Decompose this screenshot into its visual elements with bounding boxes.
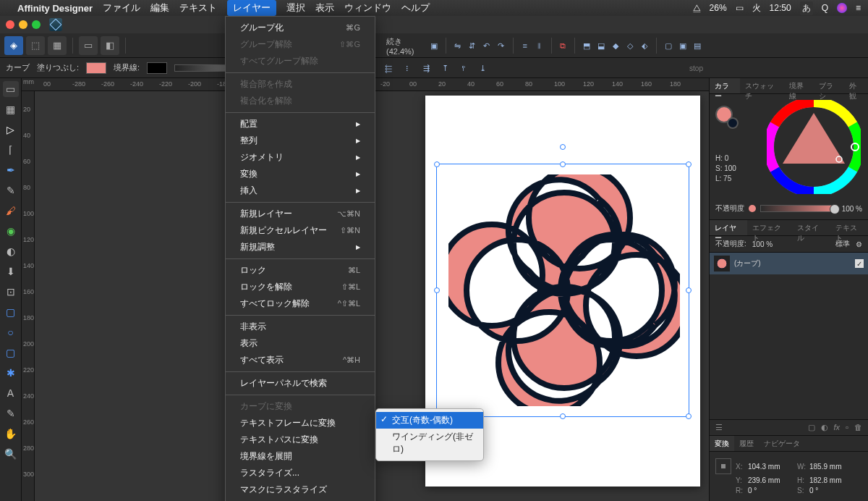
h-field[interactable]: 182.8 mm	[809, 476, 854, 484]
tab-styles[interactable]: スタイル	[792, 220, 830, 235]
layer-item[interactable]: (カーブ) ✓	[710, 253, 868, 274]
pen-tool[interactable]: ✒	[3, 162, 19, 178]
fill-tool[interactable]: ◉	[3, 223, 19, 239]
ime-indicator[interactable]: あ	[800, 1, 813, 15]
shape-star-tool[interactable]: ✱	[3, 365, 19, 381]
bool-sub-button[interactable]: ⬓	[595, 38, 607, 54]
layers-stack-icon[interactable]: ☰	[715, 423, 723, 432]
menu-item[interactable]: 新規レイヤー⌥⌘N	[226, 206, 375, 222]
app-name[interactable]: Affinity Designer	[17, 3, 93, 14]
menu-view[interactable]: 表示	[315, 1, 334, 14]
flip-v-button[interactable]: ⇵	[467, 38, 478, 54]
node-tool[interactable]: ▷	[3, 122, 19, 138]
persona-designer-button[interactable]: ◈	[4, 36, 23, 55]
menu-item[interactable]: 非表示	[226, 319, 375, 335]
align-center-button[interactable]: ⫶	[399, 60, 415, 76]
s-field[interactable]: 0 °	[809, 487, 854, 494]
align-middle-button[interactable]: ⫯	[456, 60, 472, 76]
align-button[interactable]: ≡	[519, 38, 531, 54]
menu-edit[interactable]: 編集	[150, 1, 169, 14]
crop-tool[interactable]: ⊡	[3, 284, 19, 300]
tab-brush[interactable]: ブラシ	[814, 78, 844, 93]
menu-item[interactable]: 整列	[226, 132, 375, 149]
menu-item[interactable]: すべて表示^⌘H	[226, 352, 375, 369]
menu-text[interactable]: テキスト	[179, 1, 217, 14]
hand-tool[interactable]: ✋	[3, 426, 19, 442]
brush-tool[interactable]: 🖌	[3, 203, 19, 219]
pencil-tool[interactable]: ✎	[3, 182, 19, 198]
adjustment-icon[interactable]: ◐	[821, 423, 828, 432]
flip-h-button[interactable]: ⇋	[452, 38, 464, 54]
fx-icon[interactable]: fx	[834, 423, 841, 432]
stroke-color-swatch[interactable]	[727, 117, 739, 129]
eyedropper-tool[interactable]: ✎	[3, 405, 19, 421]
tab-color[interactable]: カラー	[710, 78, 740, 93]
menu-item[interactable]: マスクにラスタライズ	[226, 481, 375, 498]
menu-item[interactable]: ロックを解除⇧⌘L	[226, 279, 375, 295]
menu-help[interactable]: ヘルプ	[401, 1, 430, 14]
shape-ellipse-tool[interactable]: ○	[3, 324, 19, 340]
fill-swatch[interactable]	[86, 62, 106, 74]
opacity-slider[interactable]	[760, 205, 838, 212]
align-top-button[interactable]: ⤒	[437, 60, 453, 76]
align-bottom-button[interactable]: ⤓	[475, 60, 490, 76]
mask-icon[interactable]: ▢	[808, 423, 815, 432]
siri-icon[interactable]	[837, 3, 847, 13]
rotate-ccw-button[interactable]: ↶	[481, 38, 493, 54]
color-wheel[interactable]	[767, 100, 861, 194]
rotate-cw-button[interactable]: ↷	[495, 38, 507, 54]
layer-opacity-value[interactable]: 100 %	[752, 240, 773, 248]
corner-tool[interactable]: ⌈	[3, 142, 19, 158]
menu-item[interactable]: 表示	[226, 335, 375, 352]
shape-rounded-tool[interactable]: ▢	[3, 345, 19, 361]
maximize-window-button[interactable]	[32, 20, 41, 29]
delete-layer-icon[interactable]: 🗑	[854, 423, 862, 432]
tab-transform[interactable]: 変換	[710, 436, 734, 451]
tab-appearance[interactable]: 外観	[844, 78, 868, 93]
menu-item[interactable]: 変換	[226, 166, 375, 182]
tab-swatch[interactable]: スウォッチ	[740, 78, 784, 93]
add-layer-icon[interactable]: ▫	[846, 423, 848, 432]
w-field[interactable]: 185.9 mm	[809, 463, 854, 471]
fill-mode-evenodd[interactable]: 交互(奇数-偶数)	[376, 412, 483, 429]
spotlight-icon[interactable]: Q	[822, 3, 828, 13]
menu-item[interactable]: 新規ピクセルレイヤー⇧⌘N	[226, 222, 375, 239]
distribute-button[interactable]: ⫴	[534, 38, 545, 54]
zoom-tool[interactable]: 🔍	[3, 446, 19, 462]
menu-item[interactable]: ジオメトリ	[226, 149, 375, 166]
handle-tm[interactable]	[560, 161, 566, 167]
menu-item[interactable]: 配置	[226, 116, 375, 132]
menu-item[interactable]: ロック⌘L	[226, 262, 375, 279]
layer-visible-checkbox[interactable]: ✓	[855, 259, 864, 268]
bool-xor-button[interactable]: ◇	[624, 38, 636, 54]
handle-bm[interactable]	[560, 413, 566, 419]
persona-pixel-button[interactable]: ⬚	[26, 36, 45, 55]
stroke-swatch[interactable]	[147, 62, 167, 74]
tab-text[interactable]: テキスト	[830, 220, 868, 235]
ruler-vertical[interactable]: 20 40 60 80 100 120 140 160 180 200 220 …	[22, 91, 35, 501]
menu-layer[interactable]: レイヤー	[227, 0, 276, 16]
close-window-button[interactable]	[6, 20, 14, 29]
menu-item[interactable]: テキストパスに変換	[226, 431, 375, 448]
artboard-tool[interactable]: ▦	[3, 101, 19, 117]
handle-rotate[interactable]	[560, 144, 566, 150]
menu-item[interactable]: グループ化⌘G	[226, 20, 375, 36]
y-field[interactable]: 239.6 mm	[748, 476, 793, 484]
gear-icon[interactable]: ⚙	[856, 240, 862, 248]
handle-tr[interactable]	[686, 161, 692, 167]
tab-history[interactable]: 履歴	[734, 436, 759, 451]
menu-item[interactable]: すべてロック解除^⇧⌘L	[226, 295, 375, 312]
selection-bounds[interactable]	[436, 164, 689, 417]
split-view-button[interactable]: ◧	[101, 36, 119, 55]
order-back-button[interactable]: ▣	[428, 38, 440, 54]
shape-rect-tool[interactable]: ▢	[3, 304, 19, 320]
insert-inside-button[interactable]: ▣	[677, 38, 689, 54]
snap-button[interactable]: ⧉	[557, 38, 569, 54]
text-tool[interactable]: A	[3, 385, 19, 401]
insert-behind-button[interactable]: ▤	[692, 38, 703, 54]
move-tool[interactable]: ▭	[3, 81, 19, 97]
menu-item[interactable]: 挿入	[226, 182, 375, 199]
anchor-grid[interactable]	[715, 458, 731, 474]
place-tool[interactable]: ⬇	[3, 264, 19, 279]
menu-item[interactable]: 境界線を展開	[226, 448, 375, 465]
